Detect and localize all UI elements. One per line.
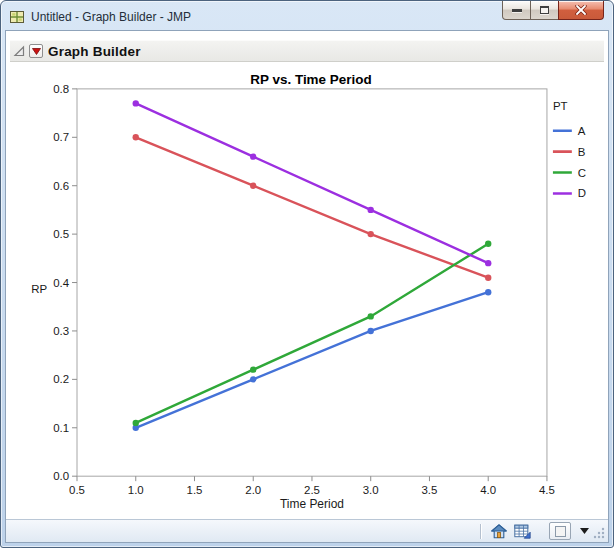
- home-button[interactable]: [490, 523, 507, 539]
- restore-button[interactable]: [530, 1, 559, 20]
- legend-label-C[interactable]: C: [578, 167, 586, 179]
- data-point-A-3[interactable]: [368, 328, 374, 334]
- outline-title[interactable]: Graph Builder: [48, 44, 141, 59]
- data-point-D-4[interactable]: [485, 260, 491, 266]
- red-triangle-menu-button[interactable]: [29, 44, 43, 58]
- restore-icon: [540, 6, 549, 14]
- x-tick-label: 4.0: [480, 484, 496, 496]
- jmp-window: Untitled - Graph Builder - JMP: [0, 0, 614, 548]
- home-icon: [491, 524, 507, 539]
- blank-square-button[interactable]: [549, 522, 571, 540]
- x-tick-label: 1.5: [187, 484, 203, 496]
- blank-square-icon: [555, 526, 566, 537]
- x-axis-label[interactable]: Time Period: [280, 497, 344, 511]
- y-tick-label: 0.0: [53, 470, 69, 482]
- series-line-A: [136, 292, 488, 428]
- y-tick-label: 0.5: [53, 228, 69, 240]
- statusbar-separator: [480, 524, 481, 539]
- data-point-C-2[interactable]: [250, 366, 256, 372]
- data-point-C-3[interactable]: [368, 313, 374, 319]
- x-tick-label: 3.5: [422, 484, 438, 496]
- x-tick-label: 3.0: [363, 484, 379, 496]
- data-point-C-1[interactable]: [133, 420, 139, 426]
- status-bar: [6, 519, 608, 542]
- y-axis-label[interactable]: RP: [31, 283, 47, 295]
- outline-header: Graph Builder: [10, 40, 604, 62]
- y-tick-label: 0.7: [53, 131, 69, 143]
- chart-title[interactable]: RP vs. Time Period: [250, 72, 371, 87]
- y-tick-label: 0.2: [53, 373, 69, 385]
- x-tick-label: 2.0: [245, 484, 261, 496]
- x-tick-label: 0.5: [69, 484, 85, 496]
- jmp-app-icon: [9, 9, 25, 25]
- close-icon: [575, 5, 587, 15]
- data-point-B-1[interactable]: [133, 134, 139, 140]
- data-table-button[interactable]: [514, 523, 531, 539]
- y-tick-label: 0.6: [53, 180, 69, 192]
- data-point-B-2[interactable]: [250, 183, 256, 189]
- y-tick-label: 0.1: [53, 422, 69, 434]
- data-point-B-3[interactable]: [368, 231, 374, 237]
- series-line-B: [136, 137, 488, 277]
- legend-label-B[interactable]: B: [578, 146, 586, 158]
- data-point-A-4[interactable]: [485, 289, 491, 295]
- disclosure-triangle-icon[interactable]: [13, 45, 26, 58]
- series-line-C: [136, 244, 488, 423]
- data-point-A-2[interactable]: [250, 376, 256, 382]
- data-point-D-1[interactable]: [133, 100, 139, 106]
- window-title: Untitled - Graph Builder - JMP: [31, 10, 191, 24]
- data-point-C-4[interactable]: [485, 241, 491, 247]
- graph-area: RP vs. Time Period RP Time Period PT 0.5…: [6, 63, 608, 519]
- window-controls: [503, 1, 604, 20]
- chart-svg: RP vs. Time Period RP Time Period PT 0.5…: [6, 63, 608, 519]
- series-line-D: [136, 103, 488, 263]
- data-table-icon: [514, 524, 531, 539]
- data-point-D-3[interactable]: [368, 207, 374, 213]
- report-window: Graph Builder RP vs. Time Period RP Time…: [5, 30, 609, 543]
- close-button[interactable]: [558, 1, 604, 20]
- resize-grip-icon[interactable]: [592, 526, 606, 540]
- red-triangle-menu-icon: [32, 48, 41, 55]
- dropdown-triangle-icon: [580, 528, 589, 534]
- y-tick-label: 0.4: [53, 277, 70, 289]
- statusbar-dropdown-button[interactable]: [578, 523, 590, 539]
- y-tick-label: 0.8: [53, 83, 69, 95]
- legend-label-A[interactable]: A: [578, 125, 586, 137]
- data-point-B-4[interactable]: [485, 275, 491, 281]
- data-point-D-2[interactable]: [250, 153, 256, 159]
- minimize-button[interactable]: [502, 1, 531, 20]
- legend-title: PT: [553, 100, 568, 112]
- x-tick-label: 4.5: [539, 484, 555, 496]
- x-tick-label: 2.5: [304, 484, 320, 496]
- legend-label-D[interactable]: D: [578, 187, 586, 199]
- x-tick-label: 1.0: [128, 484, 144, 496]
- minimize-icon: [512, 9, 522, 12]
- y-tick-label: 0.3: [53, 325, 69, 337]
